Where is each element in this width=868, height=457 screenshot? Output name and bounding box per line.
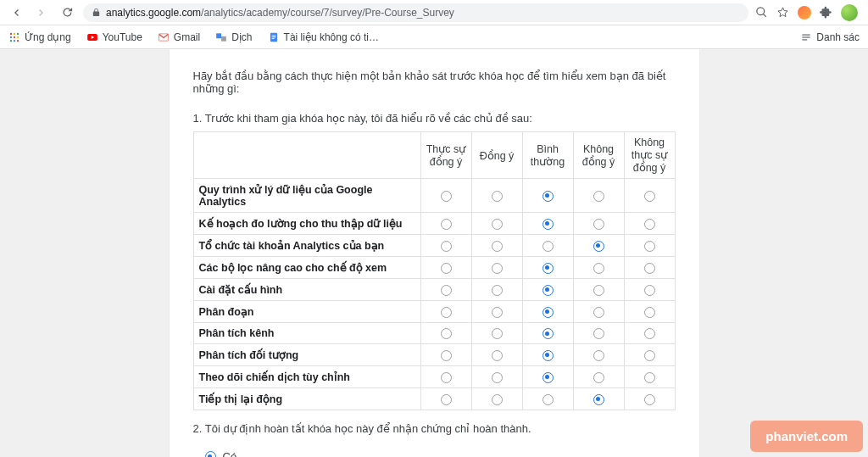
forward-button[interactable] — [32, 3, 51, 22]
radio-option[interactable] — [593, 350, 604, 361]
radio-option[interactable] — [542, 219, 554, 230]
back-button[interactable] — [7, 3, 25, 22]
radio-option[interactable] — [441, 219, 452, 230]
radio-option[interactable] — [593, 219, 604, 230]
radio-option[interactable] — [441, 307, 452, 318]
matrix-cell[interactable] — [522, 388, 573, 410]
matrix-cell[interactable] — [522, 213, 573, 235]
radio-option[interactable] — [492, 328, 503, 339]
extension-icon-1[interactable] — [798, 6, 811, 20]
matrix-cell[interactable] — [522, 301, 573, 323]
matrix-cell[interactable] — [471, 257, 522, 279]
matrix-cell[interactable] — [624, 301, 675, 323]
extensions-icon[interactable] — [820, 6, 832, 19]
matrix-cell[interactable] — [420, 366, 471, 388]
matrix-cell[interactable] — [624, 279, 675, 301]
matrix-cell[interactable] — [420, 235, 471, 257]
radio-option[interactable] — [441, 350, 452, 361]
matrix-cell[interactable] — [420, 301, 471, 323]
radio-option[interactable] — [441, 394, 452, 405]
radio-option[interactable] — [593, 241, 604, 252]
radio-option[interactable] — [542, 263, 554, 274]
matrix-cell[interactable] — [420, 179, 471, 213]
matrix-cell[interactable] — [471, 279, 522, 301]
matrix-cell[interactable] — [624, 388, 675, 410]
radio-option[interactable] — [644, 307, 655, 318]
matrix-cell[interactable] — [624, 213, 675, 235]
matrix-cell[interactable] — [420, 388, 471, 410]
search-icon[interactable] — [755, 6, 768, 19]
matrix-cell[interactable] — [522, 179, 573, 213]
matrix-cell[interactable] — [573, 388, 624, 410]
radio-option[interactable] — [644, 328, 655, 339]
matrix-cell[interactable] — [522, 344, 573, 366]
address-bar[interactable]: analytics.google.com/analytics/academy/c… — [83, 3, 748, 22]
radio-option[interactable] — [542, 285, 554, 296]
matrix-cell[interactable] — [420, 344, 471, 366]
radio-option[interactable] — [542, 241, 554, 252]
radio-option[interactable] — [593, 307, 604, 318]
matrix-cell[interactable] — [573, 366, 624, 388]
matrix-cell[interactable] — [471, 235, 522, 257]
radio-option[interactable] — [593, 372, 604, 383]
radio-option[interactable] — [644, 394, 655, 405]
radio-option[interactable] — [644, 191, 655, 202]
radio-option[interactable] — [593, 285, 604, 296]
radio-option[interactable] — [441, 191, 452, 202]
radio-option[interactable] — [492, 191, 503, 202]
matrix-cell[interactable] — [522, 235, 573, 257]
matrix-cell[interactable] — [522, 279, 573, 301]
radio-option[interactable] — [441, 241, 452, 252]
radio-option[interactable] — [542, 394, 554, 405]
matrix-cell[interactable] — [471, 301, 522, 323]
matrix-cell[interactable] — [420, 323, 471, 344]
radio-option[interactable] — [542, 350, 554, 361]
matrix-cell[interactable] — [573, 179, 624, 213]
matrix-cell[interactable] — [471, 323, 522, 344]
matrix-cell[interactable] — [522, 257, 573, 279]
profile-avatar[interactable] — [841, 4, 858, 21]
radio-option[interactable] — [542, 191, 554, 202]
matrix-cell[interactable] — [624, 257, 675, 279]
matrix-cell[interactable] — [573, 301, 624, 323]
matrix-cell[interactable] — [471, 344, 522, 366]
radio-option[interactable] — [593, 328, 604, 339]
radio-option[interactable] — [644, 350, 655, 361]
radio-option[interactable] — [644, 372, 655, 383]
matrix-cell[interactable] — [471, 388, 522, 410]
radio-option[interactable] — [542, 372, 554, 383]
matrix-cell[interactable] — [522, 323, 573, 344]
bookmark-doc[interactable]: Tài liệu không có ti… — [268, 31, 379, 43]
matrix-cell[interactable] — [624, 366, 675, 388]
matrix-cell[interactable] — [471, 213, 522, 235]
matrix-cell[interactable] — [420, 257, 471, 279]
radio-option[interactable] — [492, 219, 503, 230]
radio-option[interactable] — [492, 372, 503, 383]
radio-option[interactable] — [492, 350, 503, 361]
radio-option[interactable] — [492, 263, 503, 274]
radio-option[interactable] — [492, 394, 503, 405]
radio-option[interactable] — [441, 285, 452, 296]
radio-option[interactable] — [593, 191, 604, 202]
matrix-cell[interactable] — [624, 179, 675, 213]
radio-option[interactable] — [441, 372, 452, 383]
bookmark-dich[interactable]: Dịch — [215, 31, 252, 43]
matrix-cell[interactable] — [522, 366, 573, 388]
radio-option[interactable] — [644, 241, 655, 252]
matrix-cell[interactable] — [471, 366, 522, 388]
matrix-cell[interactable] — [573, 344, 624, 366]
bookmark-list[interactable]: Danh sác — [800, 31, 860, 43]
matrix-cell[interactable] — [624, 235, 675, 257]
matrix-cell[interactable] — [624, 323, 675, 344]
radio-option[interactable] — [441, 328, 452, 339]
matrix-cell[interactable] — [573, 235, 624, 257]
bookmark-gmail[interactable]: Gmail — [158, 31, 200, 43]
radio-option[interactable] — [593, 263, 604, 274]
matrix-cell[interactable] — [573, 213, 624, 235]
radio-option[interactable] — [593, 394, 604, 405]
radio-option[interactable] — [644, 285, 655, 296]
radio-option[interactable] — [644, 219, 655, 230]
radio-option[interactable] — [441, 263, 452, 274]
bookmark-youtube[interactable]: YouTube — [86, 31, 142, 43]
matrix-cell[interactable] — [471, 179, 522, 213]
